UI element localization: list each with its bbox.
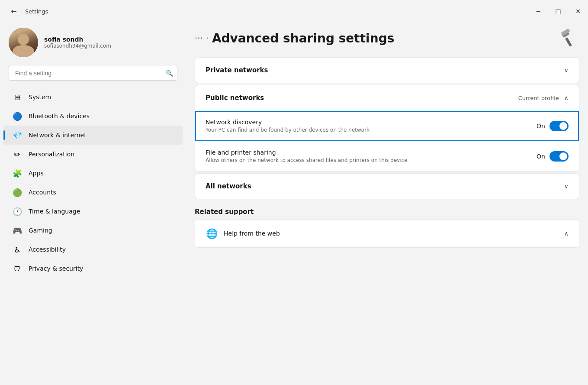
setting-row-file-printer-sharing[interactable]: File and printer sharingAllow others on … [195, 141, 579, 171]
nav-label-personalization: Personalization [29, 151, 74, 158]
card-header-private-networks[interactable]: Private networks∨ [195, 58, 579, 83]
sidebar-item-network[interactable]: 💎 Network & internet [3, 126, 183, 145]
nav-label-accessibility: Accessibility [29, 246, 66, 253]
sidebar-item-time[interactable]: 🕐 Time & language [3, 202, 183, 221]
nav-label-apps: Apps [29, 170, 44, 177]
setting-desc-file-printer-sharing: Allow others on the network to access sh… [206, 157, 422, 163]
titlebar: ← Settings ─ □ ✕ [0, 0, 588, 21]
nav-icon-privacy: 🛡 [12, 263, 22, 274]
titlebar-left: ← Settings [7, 4, 48, 18]
titlebar-title: Settings [25, 8, 48, 15]
card-all-networks: All networks∨ [195, 173, 579, 199]
card-title-private-networks: Private networks [206, 66, 268, 74]
sidebar-item-bluetooth[interactable]: 🔵 Bluetooth & devices [3, 107, 183, 126]
nav-list: 🖥 System 🔵 Bluetooth & devices 💎 Network… [0, 87, 186, 278]
maximize-button[interactable]: □ [548, 4, 568, 18]
nav-icon-accounts: 🟢 [12, 187, 22, 197]
page-header: ··· › Advanced sharing settings [195, 21, 579, 57]
toggle-network-discovery[interactable] [549, 121, 569, 131]
help-web-icon: 🌐 [206, 227, 218, 239]
toggle-label-file-printer-sharing: On [537, 153, 545, 160]
nav-label-system: System [29, 94, 51, 100]
setting-desc-network-discovery: Your PC can find and be found by other d… [206, 127, 422, 133]
sidebar-item-accessibility[interactable]: ♿ Accessibility [3, 240, 183, 259]
avatar [9, 28, 38, 57]
window-controls: ─ □ ✕ [528, 4, 588, 18]
setting-row-network-discovery[interactable]: Network discoveryYour PC can find and be… [195, 111, 579, 141]
content-area: ··· › Advanced sharing settings Private … [186, 21, 588, 385]
minimize-button[interactable]: ─ [528, 4, 548, 18]
sidebar: sofia sondh sofiasondh94@gmail.com 🔍 🖥 S… [0, 21, 186, 385]
close-button[interactable]: ✕ [568, 4, 588, 18]
nav-label-accounts: Accounts [29, 189, 56, 196]
nav-icon-bluetooth: 🔵 [12, 111, 22, 121]
nav-icon-network: 💎 [12, 130, 22, 140]
nav-label-network: Network & internet [29, 132, 87, 139]
breadcrumb-chevron: › [206, 35, 209, 41]
setting-name-file-printer-sharing: File and printer sharing [206, 149, 537, 156]
page-icon [559, 28, 579, 49]
svg-rect-1 [565, 37, 572, 47]
page-header-left: ··· › Advanced sharing settings [195, 31, 394, 45]
card-private-networks: Private networks∨ [195, 57, 579, 83]
chevron-up-icon: ∧ [564, 94, 569, 101]
card-header-all-networks[interactable]: All networks∨ [195, 174, 579, 199]
nav-icon-apps: 🧩 [12, 168, 22, 178]
user-profile[interactable]: sofia sondh sofiasondh94@gmail.com [0, 21, 186, 66]
avatar-image [9, 28, 38, 57]
related-support-title: Related support [195, 201, 579, 219]
help-from-web-header[interactable]: 🌐 Help from the web ∧ [195, 220, 579, 247]
related-support-section: Related support 🌐 Help from the web ∧ [195, 201, 579, 248]
nav-icon-personalization: ✏️ [12, 149, 22, 159]
user-name: sofia sondh [44, 36, 111, 43]
nav-icon-system: 🖥 [12, 92, 22, 102]
nav-icon-accessibility: ♿ [12, 244, 22, 255]
user-info: sofia sondh sofiasondh94@gmail.com [44, 36, 111, 49]
sidebar-item-accounts[interactable]: 🟢 Accounts [3, 183, 183, 202]
toggle-label-network-discovery: On [537, 123, 545, 129]
card-badge-public-networks: Current profile [518, 95, 559, 101]
sidebar-item-system[interactable]: 🖥 System [3, 87, 183, 107]
user-email: sofiasondh94@gmail.com [44, 43, 111, 49]
search-input[interactable] [9, 66, 177, 81]
tools-icon [559, 28, 579, 49]
search-icon: 🔍 [166, 70, 173, 77]
sidebar-item-apps[interactable]: 🧩 Apps [3, 164, 183, 183]
sidebar-item-privacy[interactable]: 🛡 Privacy & security [3, 259, 183, 278]
nav-label-bluetooth: Bluetooth & devices [29, 113, 90, 120]
card-title-all-networks: All networks [206, 182, 251, 190]
sidebar-item-personalization[interactable]: ✏️ Personalization [3, 145, 183, 164]
chevron-down-icon: ∨ [564, 183, 569, 190]
toggle-file-printer-sharing[interactable] [549, 151, 569, 162]
card-public-networks: Public networksCurrent profile∧Network d… [195, 85, 579, 171]
nav-label-gaming: Gaming [29, 227, 52, 234]
main-layout: sofia sondh sofiasondh94@gmail.com 🔍 🖥 S… [0, 21, 588, 385]
help-chevron-up-icon: ∧ [564, 230, 569, 237]
card-header-public-networks[interactable]: Public networksCurrent profile∧ [195, 85, 579, 110]
setting-name-network-discovery: Network discovery [206, 119, 537, 126]
nav-label-time: Time & language [29, 208, 80, 215]
help-card: 🌐 Help from the web ∧ [195, 219, 579, 248]
nav-icon-gaming: 🎮 [12, 225, 22, 236]
nav-label-privacy: Privacy & security [29, 265, 83, 272]
back-button[interactable]: ← [7, 4, 21, 18]
sections-list: Private networks∨Public networksCurrent … [195, 57, 579, 199]
card-title-public-networks: Public networks [206, 94, 264, 102]
breadcrumb-dots[interactable]: ··· [195, 33, 203, 43]
sidebar-item-gaming[interactable]: 🎮 Gaming [3, 221, 183, 240]
chevron-down-icon: ∨ [564, 67, 569, 74]
search-box: 🔍 [9, 66, 177, 81]
page-title: Advanced sharing settings [212, 31, 394, 45]
help-web-title: Help from the web [224, 230, 280, 237]
nav-icon-time: 🕐 [12, 206, 22, 217]
help-card-left: 🌐 Help from the web [206, 227, 280, 239]
